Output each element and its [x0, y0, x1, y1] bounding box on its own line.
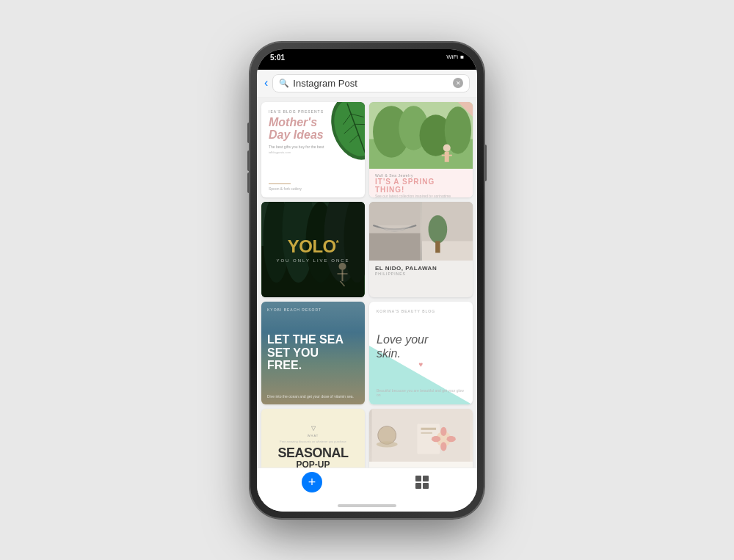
card-popup[interactable]: ▽ WHAT Free amazing discounts on whateve… [261, 409, 365, 468]
svg-rect-46 [415, 476, 421, 481]
svg-point-42 [440, 426, 446, 435]
svg-rect-49 [423, 483, 429, 489]
morning-photo-svg [369, 409, 473, 462]
card-elnido-photos [369, 202, 473, 261]
add-tab-button[interactable]: + [300, 470, 324, 494]
search-bar: ‹ 🔍 Instagram Post ✕ [257, 70, 477, 98]
grid-icon [415, 475, 429, 490]
svg-rect-17 [448, 154, 452, 156]
search-text: Instagram Post [293, 78, 449, 89]
svg-rect-40 [421, 432, 432, 433]
card-morning-title: morning grind [375, 466, 467, 468]
elnido-photo-2 [422, 202, 473, 261]
card-morning-info: morning grind www.morninggrind.com [369, 462, 473, 468]
card-elnido-title: EL NIDO, PALAWAN [375, 265, 467, 272]
svg-rect-47 [423, 476, 429, 481]
card-morning[interactable]: morning grind www.morninggrind.com [369, 409, 473, 468]
tab-bar: + [257, 468, 477, 500]
card-skin-content: KORINA'S BEAUTY BLOG Love yourskin. ♥ Be… [369, 302, 473, 404]
card-sea-title: LET THE SEASET YOUFREE. [267, 333, 359, 372]
card-skin-title: Love yourskin. [377, 332, 465, 360]
card-skin[interactable]: KORINA'S BEAUTY BLOG Love yourskin. ♥ Be… [369, 302, 473, 404]
card-spring[interactable]: Wall & Sea Jewelry IT'S A SPRING THING! … [369, 102, 473, 197]
card-spring-accent [458, 102, 473, 117]
template-grid: IEA'S BLOG PRESENTS Mother'sDay Ideas Th… [257, 98, 477, 468]
card-morning-photo [369, 409, 473, 462]
home-indicator [338, 504, 396, 507]
search-input-container[interactable]: 🔍 Instagram Post ✕ [272, 74, 470, 92]
card-popup-icon: ▽ [311, 425, 316, 432]
battery-icon: ■ [460, 54, 464, 60]
status-time: 5:01 [270, 54, 285, 62]
svg-point-33 [428, 215, 447, 243]
elnido-photo-1 [369, 202, 421, 261]
spring-bg-svg [369, 102, 473, 169]
card-skin-desc: Beautiful because you are beautiful and … [377, 388, 465, 397]
search-clear-button[interactable]: ✕ [453, 78, 463, 88]
card-yolo-subtitle: YOU ONLY LIVE ONCE [276, 258, 349, 263]
card-elnido-info: EL NIDO, PALAWAN PHILIPPINES [369, 261, 473, 280]
phone-screen: 5:01 WiFi ■ ‹ 🔍 Instagram Post ✕ IEA'S B… [257, 49, 477, 512]
card-spring-image [369, 102, 473, 169]
phone-frame: 5:01 WiFi ■ ‹ 🔍 Instagram Post ✕ IEA'S B… [250, 42, 484, 519]
card-popup-title: SEASONAL [277, 446, 348, 459]
svg-point-25 [339, 263, 346, 270]
svg-rect-48 [415, 483, 421, 489]
svg-point-45 [446, 436, 455, 442]
search-icon: 🔍 [279, 79, 289, 88]
card-sea-desc: Dive into the ocean and get your dose of… [267, 394, 359, 399]
card-elnido-subtitle: PHILIPPINES [375, 272, 467, 276]
card-mothers-day-url: iafblogposts.com [269, 150, 357, 154]
card-mothers-day[interactable]: IEA'S BLOG PRESENTS Mother'sDay Ideas Th… [261, 102, 365, 197]
svg-point-44 [432, 436, 440, 442]
card-yolo-title: YOLO* [276, 236, 349, 257]
wifi-icon: WiFi [446, 54, 458, 60]
card-skin-brand: KORINA'S BEAUTY BLOG [377, 309, 465, 313]
svg-rect-32 [422, 241, 473, 261]
svg-rect-34 [435, 241, 440, 252]
home-bar [257, 500, 477, 512]
card-spring-desc: See our latest collection inspired by sp… [375, 194, 467, 197]
svg-point-14 [443, 144, 451, 151]
card-mothers-day-subtitle: IEA'S BLOG PRESENTS [269, 109, 357, 114]
svg-point-43 [440, 442, 446, 451]
svg-rect-30 [369, 233, 420, 260]
status-bar: 5:01 WiFi ■ [257, 49, 477, 70]
notch [334, 49, 400, 65]
card-mothers-day-title: Mother'sDay Ideas [269, 116, 357, 142]
status-icons: WiFi ■ [446, 54, 464, 60]
card-spring-bottom: Wall & Sea Jewelry IT'S A SPRING THING! … [369, 169, 473, 197]
svg-rect-15 [445, 151, 449, 161]
svg-rect-16 [442, 154, 446, 156]
card-yolo[interactable]: YOLO* YOU ONLY LIVE ONCE [261, 202, 365, 297]
card-popup-small: WHAT [308, 434, 319, 437]
back-button[interactable]: ‹ [264, 76, 268, 90]
card-popup-subtitle: POP-UP [296, 459, 330, 468]
card-elnido[interactable]: EL NIDO, PALAWAN PHILIPPINES [369, 202, 473, 297]
yolo-content: YOLO* YOU ONLY LIVE ONCE [276, 236, 349, 263]
card-sea-content: KYOBI BEACH RESORT LET THE SEASET YOUFRE… [261, 302, 365, 404]
card-mothers-day-desc: The best gifts you buy for the best [269, 145, 357, 149]
card-skin-heart: ♥ [377, 360, 465, 368]
card-sea[interactable]: KYOBI BEACH RESORT LET THE SEASET YOUFRE… [261, 302, 365, 404]
card-sea-brand: KYOBI BEACH RESORT [267, 308, 359, 312]
card-popup-small-desc: Free amazing discounts on whatever you p… [280, 440, 346, 443]
svg-point-37 [377, 441, 398, 447]
yolo-star: * [336, 239, 338, 247]
card-mothers-day-footer: Spoon & fork cutlery [269, 186, 357, 191]
card-spring-title: IT'S A SPRING THING! [375, 178, 467, 194]
add-icon: + [302, 472, 322, 492]
grid-tab-button[interactable] [410, 470, 434, 494]
svg-rect-39 [421, 427, 437, 429]
